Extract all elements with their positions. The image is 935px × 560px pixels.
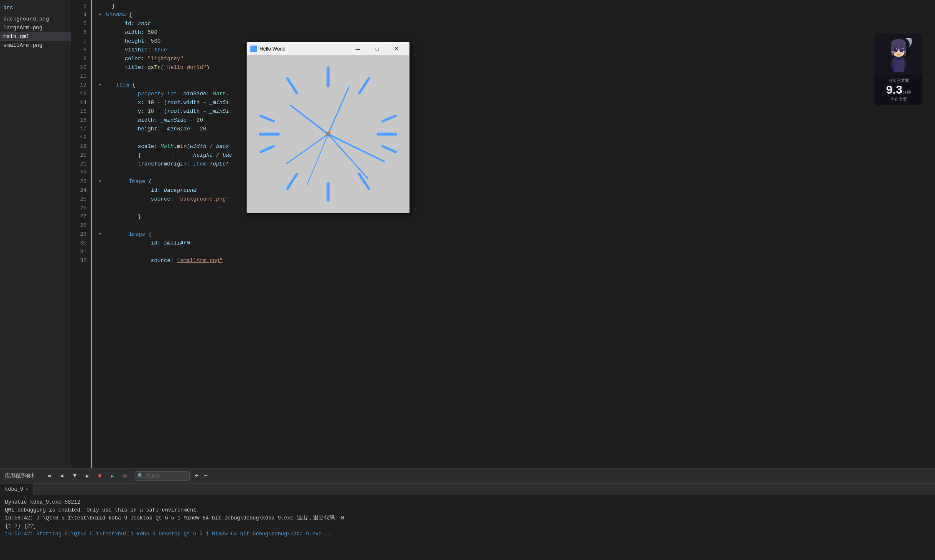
output-content[interactable]: Dynatic kdba_9.exe 58212 QML debugging i… bbox=[0, 495, 935, 560]
output-line-6: 16:59:42: Starting D:\Qt\6.5.1\test\buil… bbox=[5, 530, 930, 538]
line-num-31: 31 bbox=[71, 247, 87, 256]
svg-rect-23 bbox=[904, 45, 906, 56]
line-numbers: 3 4 5 6 7 8 9 10 11 12 13 14 15 16 17 18… bbox=[71, 0, 92, 468]
bottom-tabs: kdba_9 ✕ bbox=[0, 484, 935, 495]
code-line-20: | | height / bac bbox=[99, 151, 935, 160]
window-app-icon bbox=[250, 46, 257, 52]
line-num-8: 8 bbox=[71, 46, 87, 54]
window-minimize-button[interactable]: — bbox=[348, 42, 367, 56]
widget-header-label: 当前已文案 bbox=[878, 78, 919, 84]
tab-close-icon[interactable]: ✕ bbox=[25, 486, 28, 492]
line-num-20: 20 bbox=[71, 151, 87, 160]
editor-area[interactable]: 3 4 5 6 7 8 9 10 11 12 13 14 15 16 17 18… bbox=[71, 0, 935, 468]
svg-rect-22 bbox=[891, 45, 894, 56]
line-num-24: 24 bbox=[71, 186, 87, 195]
sidebar-item-largearm-png[interactable]: largeArm.png bbox=[0, 23, 71, 32]
code-line-19: scale: Math.min(width / back bbox=[99, 142, 935, 151]
window-controls: — □ ✕ bbox=[348, 42, 406, 56]
code-line-4: ▼ Window { bbox=[99, 10, 935, 19]
code-content[interactable]: } ▼ Window { id: root width: 500 height:… bbox=[92, 0, 935, 468]
svg-line-10 bbox=[261, 116, 274, 121]
code-line-8: visible: true bbox=[99, 46, 935, 54]
bottom-toolbar: 应用程序输出 ⇄ ▲ ▼ ▶ ■ ▶ ⚙ 🔍 + − bbox=[0, 468, 935, 484]
line-num-4: 4 bbox=[71, 10, 87, 19]
window-maximize-button[interactable]: □ bbox=[367, 42, 387, 56]
filter-input-wrap: 🔍 bbox=[135, 471, 190, 481]
code-line-31 bbox=[99, 247, 935, 256]
line-num-32: 32 bbox=[71, 256, 87, 265]
svg-line-15 bbox=[328, 134, 384, 162]
code-line-15: y: 10 + (root.width - _minSi bbox=[99, 107, 935, 116]
line-num-21: 21 bbox=[71, 160, 87, 168]
code-line-9: color: "lightgrey" bbox=[99, 54, 935, 63]
code-line-32: source: "smallArm.png" bbox=[99, 256, 935, 265]
line-num-28: 28 bbox=[71, 221, 87, 230]
widget-time-unit: 分钟 bbox=[902, 90, 911, 94]
code-line-11 bbox=[99, 72, 935, 81]
code-line-3: } bbox=[99, 2, 935, 10]
anime-character-svg bbox=[882, 35, 915, 74]
clock-svg bbox=[247, 56, 409, 213]
line-num-14: 14 bbox=[71, 98, 87, 107]
line-num-13: 13 bbox=[71, 89, 87, 98]
line-num-7: 7 bbox=[71, 37, 87, 46]
line-num-16: 16 bbox=[71, 116, 87, 125]
hello-world-window[interactable]: Hello World — □ ✕ bbox=[247, 42, 410, 213]
toolbar-minus-button[interactable]: − bbox=[204, 472, 208, 480]
widget-stop-label[interactable]: 停止文案 bbox=[878, 97, 919, 102]
sidebar-item-qrc[interactable]: qrc bbox=[0, 3, 71, 12]
toolbar-stop-icon[interactable]: ■ bbox=[95, 471, 104, 481]
svg-point-29 bbox=[902, 51, 906, 53]
filter-input[interactable] bbox=[145, 473, 187, 479]
code-line-28 bbox=[99, 221, 935, 230]
toolbar-run-icon[interactable]: ▶ bbox=[108, 471, 117, 481]
code-line-18 bbox=[99, 133, 935, 142]
bottom-toolbar-label: 应用程序输出 bbox=[5, 472, 35, 479]
code-line-30: id: smallArm bbox=[99, 239, 935, 247]
svg-line-16 bbox=[328, 134, 367, 178]
line-num-3: 3 bbox=[71, 2, 87, 10]
toolbar-up-arrow-icon[interactable]: ▲ bbox=[58, 471, 67, 481]
anime-character-display bbox=[874, 33, 922, 75]
bottom-tab-kdba9[interactable]: kdba_9 ✕ bbox=[0, 484, 34, 495]
sidebar-item-smallarm-png[interactable]: smallArm.png bbox=[0, 41, 71, 50]
sidebar-item-background-png[interactable]: background.png bbox=[0, 15, 71, 23]
search-icon: 🔍 bbox=[138, 473, 143, 479]
code-line-10: title: qsTr("Hello World") bbox=[99, 63, 935, 72]
output-line-1: Dynatic kdba_9.exe 58212 bbox=[5, 499, 930, 507]
code-line-22 bbox=[99, 168, 935, 177]
anime-widget: 当前已文案 9.3分钟 停止文案 bbox=[874, 33, 922, 105]
toolbar-settings-icon[interactable]: ⚙ bbox=[120, 471, 130, 481]
svg-line-12 bbox=[290, 105, 328, 134]
line-num-26: 26 bbox=[71, 204, 87, 212]
line-num-25: 25 bbox=[71, 195, 87, 204]
window-close-button[interactable]: ✕ bbox=[387, 42, 406, 56]
line-num-12: 12 bbox=[71, 81, 87, 89]
line-num-9: 9 bbox=[71, 54, 87, 63]
widget-time-value: 9.3 bbox=[886, 83, 902, 96]
code-line-7: height: 500 bbox=[99, 37, 935, 46]
toolbar-down-arrow-icon[interactable]: ▼ bbox=[70, 471, 79, 481]
code-line-21: transformOrigin: Item.TopLef bbox=[99, 160, 935, 168]
toolbar-step-icon[interactable]: ⇄ bbox=[45, 471, 54, 481]
code-line-25: source: "background.png" bbox=[99, 195, 935, 204]
line-num-23: 23 bbox=[71, 177, 87, 186]
code-line-13: property int _minSide: Math. bbox=[99, 89, 935, 98]
code-line-29: ▼ Image { bbox=[99, 230, 935, 239]
widget-time-display: 9.3分钟 bbox=[878, 84, 919, 97]
svg-line-4 bbox=[382, 146, 395, 152]
line-num-17: 17 bbox=[71, 125, 87, 133]
output-line-4: {1 ?} {2?} bbox=[5, 522, 930, 530]
code-line-5: id: root bbox=[99, 19, 935, 28]
window-title: Hello World bbox=[260, 46, 348, 52]
code-line-6: width: 500 bbox=[99, 28, 935, 37]
line-num-6: 6 bbox=[71, 28, 87, 37]
svg-line-13 bbox=[328, 87, 349, 134]
toolbar-play-icon[interactable]: ▶ bbox=[83, 471, 92, 481]
sidebar-item-main-qml[interactable]: main.qml bbox=[0, 32, 71, 41]
svg-point-26 bbox=[895, 48, 897, 49]
main-area: qrc background.png largeArm.png main.qml… bbox=[0, 0, 935, 468]
code-line-17: height: _minSide - 20 bbox=[99, 125, 935, 133]
output-line-2: QML debugging is enabled. Only use this … bbox=[5, 507, 930, 514]
toolbar-plus-button[interactable]: + bbox=[195, 472, 199, 480]
